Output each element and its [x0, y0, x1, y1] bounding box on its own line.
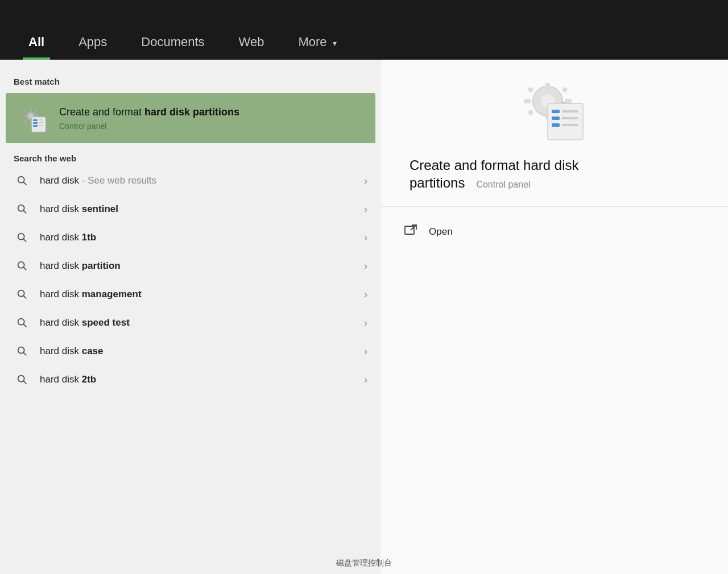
top-navigation: All Apps Documents Web More ▾ [0, 0, 728, 60]
svg-rect-60 [405, 226, 414, 234]
bottom-label: 磁盘管理控制台 [336, 558, 392, 568]
open-label: Open [429, 226, 453, 238]
chevron-right-icon: › [364, 260, 367, 272]
svg-point-23 [18, 262, 24, 268]
search-icon [14, 260, 31, 272]
search-icon [14, 373, 31, 386]
chevron-right-icon: › [364, 346, 367, 357]
tab-apps[interactable]: Apps [61, 26, 124, 60]
search-web-label: Search the web [0, 145, 381, 167]
list-item[interactable]: hard disk 2tb › [0, 365, 381, 394]
main-content: Best match [0, 60, 728, 574]
search-icon [14, 231, 31, 244]
app-icon-small [17, 102, 49, 134]
search-item-text: hard disk management [40, 289, 364, 300]
list-item[interactable]: hard disk partition › [0, 252, 381, 280]
tab-more[interactable]: More ▾ [281, 26, 353, 60]
svg-line-20 [23, 210, 26, 213]
svg-rect-41 [527, 109, 533, 115]
svg-rect-13 [33, 122, 38, 124]
svg-rect-58 [552, 123, 560, 127]
svg-rect-59 [562, 124, 578, 126]
chevron-down-icon: ▾ [333, 39, 337, 48]
svg-line-24 [23, 267, 26, 270]
list-item[interactable]: hard disk speed test › [0, 309, 381, 337]
list-item[interactable]: hard disk sentinel › [0, 195, 381, 223]
svg-point-17 [18, 177, 24, 183]
chevron-right-icon: › [364, 232, 367, 244]
chevron-right-icon: › [364, 317, 367, 329]
svg-rect-37 [524, 99, 531, 103]
svg-rect-40 [561, 86, 568, 93]
svg-rect-35 [545, 83, 550, 90]
left-panel: Best match [0, 60, 381, 574]
search-item-text: hard disk speed test [40, 317, 364, 328]
open-icon [404, 224, 421, 239]
svg-rect-12 [39, 119, 43, 120]
svg-rect-11 [33, 119, 38, 121]
svg-rect-4 [23, 115, 26, 117]
search-icon [14, 203, 31, 215]
svg-line-32 [23, 381, 26, 384]
chevron-right-icon: › [364, 374, 367, 386]
svg-rect-16 [39, 125, 43, 126]
svg-point-19 [18, 205, 24, 211]
svg-rect-38 [565, 99, 572, 103]
tab-documents[interactable]: Documents [124, 26, 221, 60]
list-item[interactable]: hard disk 1tb › [0, 223, 381, 252]
best-match-item[interactable]: Create and format hard disk partitions C… [6, 93, 375, 143]
list-item[interactable]: hard disk - See web results › [0, 167, 381, 195]
svg-rect-56 [552, 117, 560, 120]
chevron-right-icon: › [364, 203, 367, 215]
disk-management-icon-small [18, 103, 48, 133]
svg-line-18 [23, 182, 26, 185]
search-item-text: hard disk case [40, 346, 364, 357]
svg-point-25 [18, 290, 24, 297]
tab-web[interactable]: Web [222, 26, 282, 60]
svg-rect-10 [32, 117, 46, 132]
svg-point-21 [18, 234, 24, 240]
chevron-right-icon: › [364, 175, 367, 187]
svg-rect-53 [548, 103, 583, 140]
list-item[interactable]: hard disk case › [0, 337, 381, 365]
right-actions: Open [381, 207, 728, 256]
search-item-text: hard disk partition [40, 260, 364, 272]
svg-rect-14 [39, 122, 43, 123]
right-app-category: Control panel [476, 180, 530, 189]
svg-point-29 [18, 347, 24, 353]
search-icon [14, 345, 31, 357]
best-match-subtitle: Control panel [59, 122, 239, 131]
app-detail-header: Create and format hard disk partitions C… [381, 60, 728, 207]
svg-rect-57 [562, 117, 578, 119]
svg-rect-54 [552, 110, 560, 113]
open-action[interactable]: Open [404, 218, 705, 245]
svg-point-27 [18, 319, 24, 325]
search-icon [14, 317, 31, 329]
chevron-right-icon: › [364, 289, 367, 301]
right-app-name: Create and format hard disk partitions C… [410, 156, 700, 192]
svg-rect-55 [562, 110, 578, 113]
svg-rect-5 [35, 115, 39, 117]
svg-line-22 [23, 239, 26, 242]
tab-all[interactable]: All [11, 26, 61, 60]
best-match-text: Create and format hard disk partitions C… [59, 106, 239, 130]
search-icon [14, 174, 31, 187]
best-match-title: Create and format hard disk partitions [59, 106, 239, 119]
search-item-text: hard disk 2tb [40, 374, 364, 385]
svg-rect-15 [33, 125, 38, 127]
search-item-text: hard disk - See web results [40, 175, 364, 186]
right-panel: Create and format hard disk partitions C… [381, 60, 728, 574]
svg-rect-2 [30, 108, 32, 111]
svg-rect-39 [527, 86, 533, 93]
app-icon-large [520, 77, 589, 145]
svg-line-30 [23, 352, 26, 355]
svg-line-28 [23, 324, 26, 327]
search-icon [14, 288, 31, 301]
list-item[interactable]: hard disk management › [0, 280, 381, 309]
svg-point-31 [18, 376, 24, 382]
search-item-text: hard disk sentinel [40, 203, 364, 215]
search-item-text: hard disk 1tb [40, 232, 364, 243]
svg-line-26 [23, 296, 26, 298]
disk-management-icon-large [520, 80, 589, 142]
svg-rect-3 [30, 120, 32, 124]
